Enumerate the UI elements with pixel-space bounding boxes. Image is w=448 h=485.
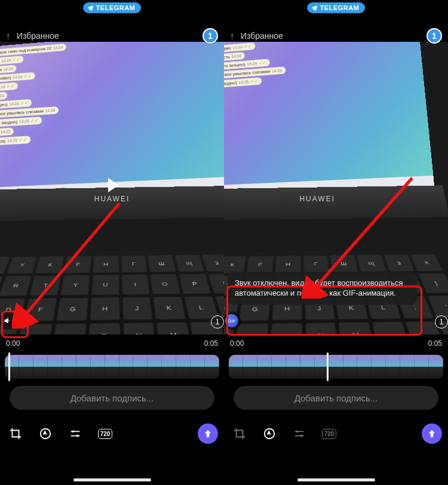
pane-left: TELEGRAM ↑ Избранное 1 на портале гимн п…: [0, 0, 224, 485]
editor-toolbar: 720: [0, 418, 224, 449]
laptop-body: [224, 185, 448, 222]
resolution-badge[interactable]: 720: [96, 424, 115, 443]
video-preview[interactable]: на портале гимн под номером 22 14:24 осо…: [0, 42, 224, 334]
caption-input[interactable]: Добавить подпись...: [10, 386, 214, 410]
telegram-plane-icon: [311, 4, 318, 11]
favorites-label: Избранное: [17, 31, 59, 41]
play-button[interactable]: [99, 171, 126, 199]
up-arrow-icon: ↑: [230, 30, 235, 41]
send-button[interactable]: [422, 423, 442, 444]
draw-tool[interactable]: [36, 424, 55, 443]
time-start: 0:00: [6, 339, 20, 348]
speaker-icon: [3, 316, 13, 326]
svg-point-6: [296, 431, 299, 433]
adjust-tool[interactable]: [290, 424, 309, 443]
home-indicator[interactable]: [297, 478, 375, 481]
step-indicator: 1: [426, 28, 442, 44]
timeline-times: 0:00 0:05: [0, 337, 224, 350]
adjust-tool[interactable]: [66, 424, 85, 443]
time-end: 0:05: [204, 339, 218, 348]
caption-placeholder: Добавить подпись...: [70, 393, 154, 403]
play-icon: [108, 178, 119, 192]
step-indicator: 1: [202, 28, 218, 44]
laptop-keyboard: ЦУКЕНГШЩЗХ ERTYUIOP[] SDFGHJKL;' ZXCVBNM…: [0, 250, 224, 334]
app-badge: TELEGRAM: [83, 2, 142, 13]
gif-tooltip: Звук отключен, видео будет воспроизводит…: [228, 272, 417, 305]
playhead[interactable]: [8, 352, 10, 381]
header: ↑ Избранное 1: [224, 26, 448, 45]
editor-toolbar: 720: [224, 418, 448, 449]
resolution-badge[interactable]: 720: [320, 424, 339, 443]
favorites-label: Избранное: [241, 31, 283, 41]
svg-point-7: [300, 435, 303, 437]
arrow-up-icon: [202, 428, 213, 439]
chat-bubbles: здаю 14:24✓✓ есть 14:24 оло мощно) 14:24…: [224, 42, 337, 91]
selection-count[interactable]: 1: [435, 315, 448, 329]
caption-input[interactable]: Добавить подпись...: [234, 386, 438, 410]
svg-point-2: [72, 431, 75, 433]
video-preview[interactable]: здаю 14:24✓✓ есть 14:24 оло мощно) 14:24…: [224, 42, 448, 334]
time-start: 0:00: [230, 339, 244, 348]
timeline-times: 0:00 0:05: [224, 337, 448, 350]
playhead[interactable]: [327, 352, 329, 381]
send-button[interactable]: [198, 423, 218, 444]
header: ↑ Избранное 1: [0, 26, 224, 45]
caption-placeholder: Добавить подпись...: [294, 393, 378, 403]
up-arrow-icon: ↑: [6, 30, 11, 41]
svg-point-3: [76, 435, 79, 437]
arrow-up-icon: [426, 428, 437, 439]
home-indicator[interactable]: [73, 478, 151, 481]
favorites-link[interactable]: ↑ Избранное: [230, 30, 283, 41]
chat-bubbles: на портале гимн под номером 22 14:24 осо…: [0, 42, 98, 150]
timeline-thumbnails[interactable]: [5, 355, 219, 379]
laptop-screen: здаю 14:24✓✓ есть 14:24 оло мощно) 14:24…: [224, 42, 435, 200]
telegram-plane-icon: [87, 4, 94, 11]
app-badge: TELEGRAM: [307, 2, 366, 13]
timeline-thumbnails[interactable]: [229, 355, 443, 379]
laptop-brand: HUAWEI: [299, 195, 335, 203]
pane-right: TELEGRAM ↑ Избранное 1 здаю 14:24✓✓ есть…: [224, 0, 448, 485]
crop-tool[interactable]: [230, 424, 249, 443]
draw-tool[interactable]: [260, 424, 279, 443]
app-badge-label: TELEGRAM: [320, 4, 360, 11]
selection-count[interactable]: 1: [211, 315, 224, 329]
tooltip-text: Звук отключен, видео будет воспроизводит…: [235, 278, 403, 298]
gif-icon: GIF: [225, 314, 238, 327]
time-end: 0:05: [428, 339, 442, 348]
favorites-link[interactable]: ↑ Избранное: [6, 30, 59, 41]
app-badge-label: TELEGRAM: [96, 4, 136, 11]
crop-tool[interactable]: [6, 424, 25, 443]
